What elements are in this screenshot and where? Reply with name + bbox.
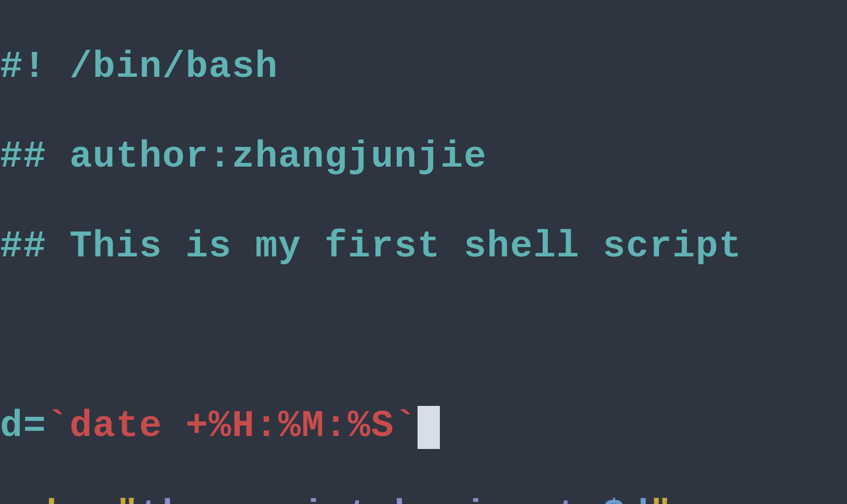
author-comment: author:zhangjunjie [70,135,487,178]
variable-d: d [0,405,23,447]
code-line-3[interactable]: ## This is my first shell script [0,224,847,269]
variable-ref-d: $d [603,494,649,504]
description-comment: This is my first shell script [70,225,742,268]
echo-keyword: echo [0,494,116,504]
string-quote-close: " [649,494,673,504]
code-line-2[interactable]: ## author:zhangjunjie [0,134,847,179]
comment-hash: ## [0,135,70,178]
equals-sign: = [23,405,47,447]
text-cursor [418,406,440,449]
code-line-1[interactable]: #! /bin/bash [0,45,847,89]
backtick-open: ` [46,405,70,447]
date-command: date +%H:%M:%S [70,405,394,447]
code-line-5[interactable]: d=`date +%H:%M:%S` [0,404,847,448]
backtick-close: ` [394,405,418,447]
string-literal: the script begin at [139,494,603,504]
code-editor[interactable]: #! /bin/bash ## author:zhangjunjie ## Th… [0,0,847,504]
string-quote-open: " [116,494,139,504]
shebang-line: #! /bin/bash [0,46,278,88]
comment-hash: ## [0,225,70,268]
code-line-6[interactable]: echo "the script begin at $d" [0,493,847,504]
code-line-4[interactable] [0,314,847,359]
